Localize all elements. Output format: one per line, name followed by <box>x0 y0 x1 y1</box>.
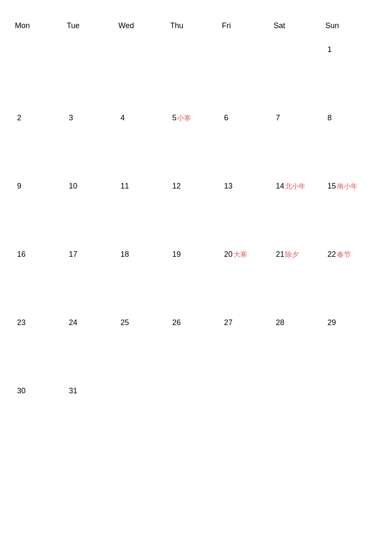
calendar-cell: 16 <box>15 244 66 312</box>
calendar-cell: 21除夕 <box>274 244 325 312</box>
date-number: 20 <box>224 250 233 259</box>
calendar-cell: 11 <box>118 175 170 244</box>
calendar-cell: 30 <box>15 380 66 448</box>
calendar-cell: 7 <box>274 107 325 175</box>
calendar-cell <box>326 380 377 448</box>
date-note: 北小年 <box>285 183 306 190</box>
calendar-cell <box>274 380 325 448</box>
date-number: 8 <box>328 113 332 122</box>
calendar-cell: 17 <box>66 244 118 312</box>
day-header-sun: Sun <box>326 17 377 35</box>
date-number: 17 <box>69 250 77 259</box>
calendar-cell <box>15 39 66 107</box>
calendar-cell: 25 <box>118 312 170 380</box>
date-note: 大寒 <box>233 251 247 258</box>
date-number: 19 <box>172 250 181 259</box>
date-number: 1 <box>328 45 332 54</box>
calendar-cell <box>170 380 222 448</box>
date-number: 29 <box>328 318 336 327</box>
calendar-cell <box>222 39 274 107</box>
calendar-cell <box>170 39 222 107</box>
calendar: MonTueWedThuFriSatSun 12345小寒67891011121… <box>0 0 392 555</box>
calendar-cell: 13 <box>222 175 274 244</box>
calendar-cell: 5小寒 <box>170 107 222 175</box>
date-number: 21 <box>276 250 284 259</box>
date-note: 南小年 <box>337 183 357 190</box>
calendar-cell <box>274 39 325 107</box>
calendar-cell: 31 <box>66 380 118 448</box>
calendar-cell: 22春节 <box>326 244 377 312</box>
date-number: 23 <box>17 318 26 327</box>
calendar-cell: 14北小年 <box>274 175 325 244</box>
date-number: 11 <box>121 182 129 190</box>
date-number: 30 <box>17 386 26 395</box>
day-header-fri: Fri <box>222 17 274 35</box>
date-number: 2 <box>17 113 21 122</box>
calendar-cell <box>118 39 170 107</box>
date-number: 25 <box>121 318 129 327</box>
date-number: 31 <box>69 386 77 395</box>
date-number: 15 <box>328 182 336 190</box>
calendar-cell: 19 <box>170 244 222 312</box>
calendar-cell: 9 <box>15 175 66 244</box>
date-number: 24 <box>69 318 77 327</box>
date-note: 小寒 <box>177 114 191 122</box>
date-note: 除夕 <box>285 251 299 258</box>
calendar-cell: 18 <box>118 244 170 312</box>
calendar-cell: 4 <box>118 107 170 175</box>
calendar-cell: 6 <box>222 107 274 175</box>
date-number: 28 <box>276 318 284 327</box>
calendar-cell <box>222 380 274 448</box>
date-number: 27 <box>224 318 233 327</box>
calendar-cell: 29 <box>326 312 377 380</box>
date-number: 18 <box>121 250 129 259</box>
calendar-cell: 23 <box>15 312 66 380</box>
date-number: 6 <box>224 113 228 122</box>
calendar-cell: 1 <box>326 39 377 107</box>
calendar-body: 12345小寒67891011121314北小年15南小年1617181920大… <box>15 39 377 448</box>
date-number: 22 <box>328 250 336 259</box>
date-number: 12 <box>172 182 181 190</box>
date-number: 10 <box>69 182 77 190</box>
calendar-cell: 2 <box>15 107 66 175</box>
date-number: 14 <box>276 182 284 190</box>
calendar-cell: 8 <box>326 107 377 175</box>
date-number: 4 <box>121 113 125 122</box>
calendar-cell: 20大寒 <box>222 244 274 312</box>
date-number: 16 <box>17 250 26 259</box>
date-number: 7 <box>276 113 280 122</box>
day-header-thu: Thu <box>170 17 222 35</box>
calendar-cell: 12 <box>170 175 222 244</box>
date-number: 9 <box>17 182 21 190</box>
calendar-cell: 10 <box>66 175 118 244</box>
date-note: 春节 <box>337 251 351 258</box>
day-header-tue: Tue <box>66 17 118 35</box>
day-header-sat: Sat <box>274 17 325 35</box>
day-header-mon: Mon <box>15 17 66 35</box>
calendar-cell: 26 <box>170 312 222 380</box>
calendar-cell: 3 <box>66 107 118 175</box>
date-number: 3 <box>69 113 73 122</box>
calendar-cell: 15南小年 <box>326 175 377 244</box>
calendar-cell <box>66 39 118 107</box>
date-number: 13 <box>224 182 233 190</box>
day-header-wed: Wed <box>118 17 170 35</box>
calendar-cell: 24 <box>66 312 118 380</box>
calendar-header: MonTueWedThuFriSatSun <box>15 17 377 35</box>
date-number: 5 <box>172 113 176 122</box>
date-number: 26 <box>172 318 181 327</box>
calendar-cell: 28 <box>274 312 325 380</box>
calendar-cell: 27 <box>222 312 274 380</box>
calendar-cell <box>118 380 170 448</box>
